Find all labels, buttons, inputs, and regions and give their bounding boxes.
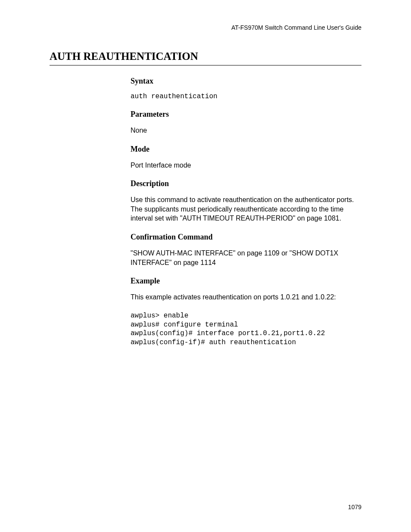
mode-heading: Mode xyxy=(131,145,361,154)
example-heading: Example xyxy=(131,277,361,286)
header-guide-title: AT-FS970M Switch Command Line User's Gui… xyxy=(231,24,361,31)
confirmation-heading: Confirmation Command xyxy=(131,233,361,242)
description-content: Use this command to activate reauthentic… xyxy=(131,195,361,223)
page-number: 1079 xyxy=(348,504,361,510)
content-area: Syntax auth reauthentication Parameters … xyxy=(131,77,361,347)
example-code: awplus> enable awplus# configure termina… xyxy=(131,311,361,347)
confirmation-content: "SHOW AUTH-MAC INTERFACE" on page 1109 o… xyxy=(131,249,361,267)
syntax-heading: Syntax xyxy=(131,77,361,86)
description-heading: Description xyxy=(131,179,361,188)
mode-content: Port Interface mode xyxy=(131,161,361,170)
example-intro: This example activates reauthentication … xyxy=(131,292,361,302)
parameters-content: None xyxy=(131,126,361,135)
page-title: AUTH REAUTHENTICATION xyxy=(50,50,361,65)
syntax-content: auth reauthentication xyxy=(131,93,361,100)
parameters-heading: Parameters xyxy=(131,110,361,119)
